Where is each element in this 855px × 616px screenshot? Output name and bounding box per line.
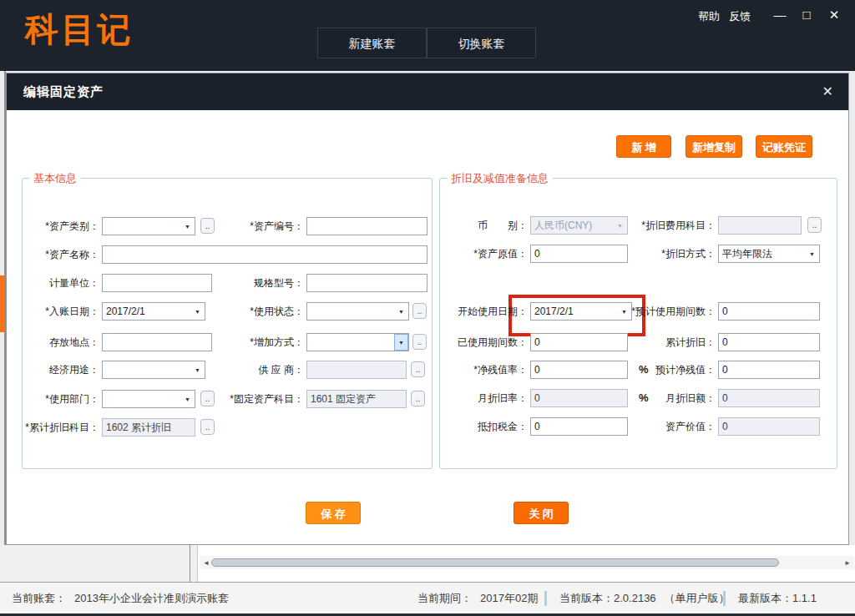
expected-periods-input[interactable] <box>718 302 820 321</box>
asset-category-select[interactable]: ▼ <box>102 217 195 235</box>
status-bar: 当前账套：2013年小企业会计准则演示账套 当前期间：2017年02期 当前版本… <box>0 582 855 613</box>
dialog-title: 编辑固定资产 <box>23 73 104 110</box>
add-new-button[interactable]: 新 增 <box>616 135 671 158</box>
form-row: 月折旧率： % 月折旧额： <box>440 389 837 407</box>
entry-date-label: *入账日期： <box>23 302 99 321</box>
pane-divider <box>190 545 190 582</box>
spec-model-input[interactable] <box>306 274 428 292</box>
current-version: 当前版本：2.0.2136（单用户版） <box>559 583 730 614</box>
status-divider <box>544 591 547 606</box>
form-row: 抵扣税金： 资产价值： <box>440 417 837 436</box>
add-method-label: *增加方式： <box>215 333 304 351</box>
fixed-asset-account-input[interactable] <box>306 390 407 408</box>
supplier-input[interactable] <box>306 361 407 379</box>
asset-value-input <box>718 417 820 436</box>
edge-scroll-thumb[interactable] <box>0 275 4 332</box>
form-row: 计量单位： 规格型号： <box>23 274 432 292</box>
form-row: *资产名称： <box>23 245 432 264</box>
storage-location-label: 存放地点： <box>23 333 99 351</box>
add-method-more-button[interactable]: .. <box>412 334 427 350</box>
horizontal-scrollbar[interactable]: ◄ ► <box>200 556 854 569</box>
expected-residual-label: 预计净残值： <box>611 361 716 379</box>
voucher-button[interactable]: 记账凭证 <box>756 135 812 158</box>
entry-date-select[interactable]: 2017/2/1 ▼ <box>102 302 205 321</box>
scroll-left-icon[interactable]: ◄ <box>201 556 211 569</box>
depr-method-select[interactable]: 平均年限法 ▼ <box>718 245 820 263</box>
depr-method-label: *折旧方式： <box>611 245 716 263</box>
form-row: 币 别： 人民币(CNY) ▼ *折旧费用科目： .. <box>440 216 837 235</box>
basic-info-legend: 基本信息 <box>29 171 81 186</box>
maximize-icon[interactable]: □ <box>797 8 816 22</box>
save-button[interactable]: 保 存 <box>306 502 361 524</box>
supplier-label: 供 应 商： <box>215 361 304 379</box>
accum-depr-account-more-button[interactable]: .. <box>200 419 215 435</box>
chevron-down-icon: ▼ <box>394 303 408 320</box>
app-titlebar: 科目记 新建账套 切换账套 帮助 反馈 — □ ✕ <box>0 0 855 71</box>
economic-use-select[interactable]: ▼ <box>102 361 205 379</box>
chevron-down-icon: ▼ <box>180 391 195 407</box>
form-row: 经济用途： ▼ 供 应 商： .. <box>23 361 432 379</box>
form-row: *资产原值： *折旧方式： 平均年限法 ▼ <box>440 245 837 263</box>
asset-name-input[interactable] <box>102 245 428 264</box>
dialog-close-icon[interactable]: ✕ <box>822 83 833 99</box>
monthly-depr-amount-label: 月折旧额： <box>611 389 716 407</box>
add-method-select[interactable]: ▼ <box>306 333 409 351</box>
app-window: 科目记 新建账套 切换账套 帮助 反馈 — □ ✕ 编辑固定资产 ✕ 新 增 新… <box>0 0 855 616</box>
form-row: *入账日期： 2017/2/1 ▼ *使用状态： ▼ .. <box>23 302 432 321</box>
supplier-more-button[interactable]: .. <box>411 361 425 377</box>
dialog-titlebar: 编辑固定资产 ✕ <box>7 73 848 110</box>
chevron-down-icon: ▼ <box>190 303 205 320</box>
expected-residual-input[interactable] <box>718 361 820 379</box>
background-pane: ◄ ► <box>0 545 855 582</box>
add-copy-button[interactable]: 新增复制 <box>686 135 742 158</box>
accum-depr-account-input[interactable] <box>102 418 195 437</box>
form-row: *净残值率： % 预计净残值： <box>440 361 837 379</box>
fixed-asset-account-label: *固定资产科目： <box>215 390 304 408</box>
form-row: *使用部门： ▼ .. *固定资产科目： .. <box>23 390 432 408</box>
use-status-more-button[interactable]: .. <box>412 303 427 319</box>
expected-periods-label: *预计使用期间数： <box>611 302 716 321</box>
current-accountset-value: 2013年小企业会计准则演示账套 <box>74 592 229 604</box>
current-accountset-label: 当前账套： <box>12 592 66 604</box>
current-period-label: 当前期间： <box>417 592 472 604</box>
accum-depr-input[interactable] <box>718 333 820 351</box>
residual-rate-label: *净残值率： <box>440 361 528 379</box>
content-pane: ◄ ► <box>197 545 855 582</box>
latest-version-label: 最新版本： <box>738 592 792 604</box>
chevron-down-icon: ▼ <box>805 245 819 262</box>
feedback-link[interactable]: 反馈 <box>729 9 751 24</box>
current-version-suffix: （单用户版） <box>665 592 730 604</box>
use-department-select[interactable]: ▼ <box>102 390 195 408</box>
close-button[interactable]: 关 闭 <box>514 502 569 524</box>
fixed-asset-account-more-button[interactable]: .. <box>411 391 425 406</box>
asset-name-label: *资产名称： <box>23 245 99 264</box>
asset-number-input[interactable] <box>306 217 428 235</box>
nav-switch-accountset-button[interactable]: 切换账套 <box>427 28 536 58</box>
basic-info-group: 基本信息 *资产类别： ▼ .. *资产编号： *资产名称： 计量单位： 规格型… <box>22 178 433 469</box>
depr-expense-account-more-button[interactable]: .. <box>807 217 822 233</box>
scrollbar-thumb[interactable] <box>211 558 779 567</box>
current-version-label: 当前版本： <box>559 592 614 604</box>
nav-new-accountset-button[interactable]: 新建账套 <box>317 28 427 58</box>
unit-input[interactable] <box>102 274 212 292</box>
accum-depr-label: 累计折旧： <box>611 333 716 351</box>
form-row: 存放地点： *增加方式： ▼ .. <box>23 333 432 351</box>
help-link[interactable]: 帮助 <box>698 9 720 24</box>
chevron-down-icon: ▼ <box>180 218 195 235</box>
storage-location-input[interactable] <box>102 333 212 351</box>
use-status-select[interactable]: ▼ <box>306 302 409 321</box>
status-divider <box>723 591 726 606</box>
asset-category-label: *资产类别： <box>23 217 99 235</box>
current-period: 当前期间：2017年02期 <box>417 583 538 614</box>
current-period-value: 2017年02期 <box>480 592 538 604</box>
spec-model-label: 规格型号： <box>215 274 304 292</box>
depr-expense-account-input[interactable] <box>718 216 802 235</box>
depreciation-info-legend: 折旧及减值准备信息 <box>447 171 553 186</box>
left-edge-scrollbar[interactable] <box>0 71 6 545</box>
use-department-more-button[interactable]: .. <box>200 391 215 406</box>
scroll-right-icon[interactable]: ► <box>842 556 852 569</box>
minimize-icon[interactable]: — <box>771 8 789 22</box>
form-row: 已使用期间数： 累计折旧： <box>440 333 837 351</box>
close-icon[interactable]: ✕ <box>825 8 843 23</box>
asset-category-more-button[interactable]: .. <box>200 218 215 234</box>
